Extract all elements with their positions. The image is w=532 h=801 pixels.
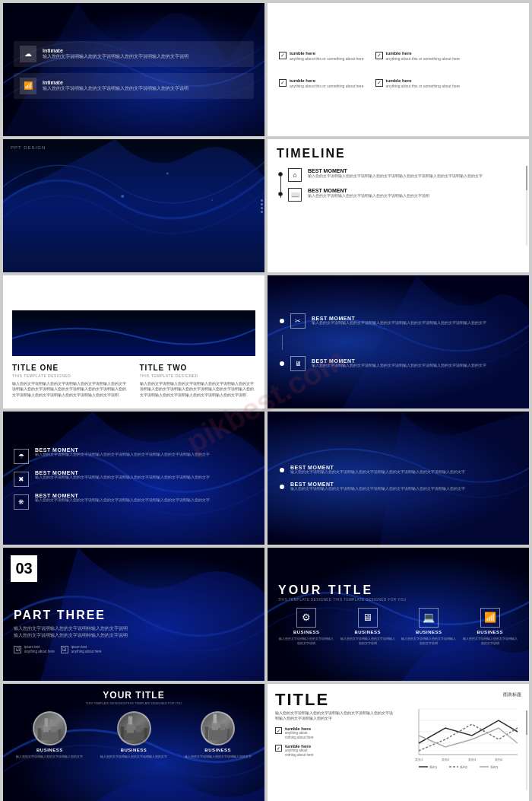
gear-icon: ⚙ [296,608,316,628]
check-item: tumble here anything about this or somet… [279,51,364,62]
circle-col-2: BUSINESS 输入您的文字说明输入您的文字说明输入您的文字 [95,711,173,759]
timeline-connector [282,335,283,350]
moment-title: BEST MOMENT [35,493,210,498]
part-item: ☑ ipsum text anything about here [61,645,102,655]
part-items: ☑ ipsum text anything about here ☑ ipsum… [14,645,254,655]
icon-desc: 输入您的文字说明输入您的文字说明输入您的文字说明 [462,637,519,645]
svg-rect-14 [120,726,124,740]
timeline-dot [278,192,283,196]
svg-rect-18 [220,724,225,730]
wifi-icon: 📶 [480,608,500,628]
moment-desc: 输入您的文字说明输入您的文字说明输入您的文字说明输入您的文字说明输入您的文字说明… [312,321,486,326]
icon-col-4: 📶 BUSINESS 输入您的文字说明输入您的文字说明输入您的文字说明 [462,608,519,645]
wifi-icon: 📶 [20,78,36,94]
check-icon: ☑ [14,646,21,653]
moment-title: BEST MOMENT [308,168,483,173]
circle-label: BUSINESS [204,748,231,752]
monitor-icon: 🖥 [290,356,306,371]
circle-desc: 输入您的文字说明输入您的文字说明输入您的文字 [100,755,167,759]
slide-8: BEST MOMENT 输入您的文字说明输入您的文字说明输入您的文字说明输入您的… [268,412,529,545]
checkbox [279,52,287,59]
part-item: ☑ ipsum text anything about here [14,645,55,655]
icon-label: BUSINESS [354,630,381,634]
timeline-item: 📖 BEST MOMENT 输入您的文字说明输入您的文字说明输入您的文字说明输入… [288,188,520,202]
slide-1: ☁ Intimate 输入您的文字说明输入您的文字说明输入您的文字说明输入您的文… [3,3,264,136]
monitor2-icon: 💻 [419,608,439,628]
checkbox [279,79,287,87]
item-desc: ipsum text anything about here [71,645,102,655]
svg-rect-5 [51,726,56,732]
icon-col-3: 💻 BUSINESS 输入您的文字说明输入您的文字说明输入您的文字说明 [401,608,458,645]
item-desc: ipsum text anything about here [24,645,55,655]
col-sub-1: THIS TEMPLATE DESIGNED [12,373,128,378]
timeline-dot [278,172,283,176]
slide-11: YOUR TITLE THIS TEMPLATE DESIGNED/THIS T… [3,684,264,801]
svg-rect-15 [144,728,147,740]
check-item: tumble here anything about this or somet… [375,78,461,89]
check-item-2: ✓ tumble here anything aboutnothing abou… [275,744,394,758]
slide-4: TIMELINE ⌂ BEST MOMENT 输入您的文字说明输入您的文字说明输… [268,139,529,272]
moment-item: ☂ BEST MOMENT 输入您的文字说明输入您的文字说明输入您的文字说明输入… [14,447,254,464]
icon-label: BUSINESS [416,630,442,634]
moment-desc: 输入您的文字说明输入您的文字说明输入您的文字说明输入您的文字说明输入您的文字说明… [35,475,210,480]
moment-title: BEST MOMENT [35,470,210,475]
your-title: YOUR TITLE [103,690,164,701]
svg-text:类别2: 类别2 [441,758,449,761]
check-title: tumble here [386,51,461,56]
svg-point-2 [211,199,213,201]
book-icon: 📖 [288,188,302,202]
icon-label: BUSINESS [477,630,503,634]
cloud-icon: ☁ [20,46,36,62]
svg-rect-8 [37,728,41,740]
svg-rect-9 [59,729,62,741]
svg-rect-11 [126,723,133,733]
col-desc-1: 输入您的文字说明输入您的文字说明输入您的文字说明输入您的文字说明输入您的文字说明… [12,381,128,399]
chart-title: 图表标题 [404,691,522,698]
slide-9: 03 PART THREE 输入您的文字说明输入您的文字说明特输入您的文字说明 … [3,548,264,681]
moment-title: BEST MOMENT [35,447,210,453]
svg-rect-21 [227,729,230,740]
edge-decoration [261,199,263,213]
check-desc: anything aboutnothing about here [285,749,314,758]
monitor-icon: 🖥 [358,608,378,628]
moments-list: ☂ BEST MOMENT 输入您的文字说明输入您的文字说明输入您的文字说明输入… [14,447,254,510]
star-icon: ❋ [14,494,29,510]
umbrella-icon: ☂ [14,449,29,464]
check-item: tumble here anything about this or somet… [279,78,364,89]
item-label: Intimate [43,48,188,53]
check-desc: anything about this or something about h… [290,56,364,62]
svg-rect-6 [44,718,48,726]
svg-text:类别4: 类别4 [494,758,502,761]
svg-point-0 [121,195,124,198]
check-row-2: tumble here anything about this or somet… [279,78,518,89]
scissors-icon: ✂ [290,313,306,329]
icon-desc: 输入您的文字说明输入您的文字说明输入您的文字说明 [340,637,397,645]
checkbox [375,79,383,87]
part-desc: 输入您的文字说明输入您的文字说明特输入您的文字说明 输入您的文字说明输入您的文字… [14,625,254,639]
check-title: tumble here [290,78,364,83]
icon-col-2: 🖥 BUSINESS 输入您的文字说明输入您的文字说明输入您的文字说明 [340,608,397,645]
slide-grid: ☁ Intimate 输入您的文字说明输入您的文字说明输入您的文字说明输入您的文… [0,0,532,801]
slide-12-right: 图表标题 [404,691,522,773]
list-item: 📶 Intimate 输入您的文字说明输入您的文字说明输入您的文字说明输入您的文… [14,73,254,99]
slide-7: ☂ BEST MOMENT 输入您的文字说明输入您的文字说明输入您的文字说明输入… [3,412,264,545]
moment-desc: 输入您的文字说明输入您的文字说明输入您的文字说明输入您的文字说明输入您的文字说明… [35,453,210,457]
slide-number: 03 [11,555,37,582]
moment-desc: 输入您的文字说明输入您的文字说明输入您的文字说明输入您的文字说明输入您的文字说明… [290,470,465,475]
checkbox [375,52,383,59]
circle-image-1 [33,711,67,745]
title-subtitle: THIS TEMPLATE DESIGNED/THIS TEMPLATE DES… [86,701,182,705]
check-title: tumble here [285,726,314,731]
svg-text:系列3: 系列3 [490,765,499,769]
column-2: TITLE TWO THIS TEMPLATE DESIGNED 输入您的文字说… [140,364,256,399]
title-subtitle: THIS TEMPLATE DESIGNED THIS TEMPLATE DES… [278,598,518,602]
moment-title: BEST MOMENT [312,316,486,321]
col-title-2: TITLE TWO [140,364,256,372]
main-desc: 输入您的文字说明输入您的文字说明输入您的文字说明输入您的文字说明输入您的文字说明… [275,711,394,722]
check-title: tumble here [386,78,461,83]
moment-item-1: ✂ BEST MOMENT 输入您的文字说明输入您的文字说明输入您的文字说明输入… [280,313,517,329]
icon-label: BUSINESS [293,630,320,634]
svg-rect-20 [205,726,209,740]
moment-desc: 输入您的文字说明输入您的文字说明输入您的文字说明输入您的文字说明输入您的文字说明… [290,487,465,491]
svg-rect-19 [214,714,217,723]
